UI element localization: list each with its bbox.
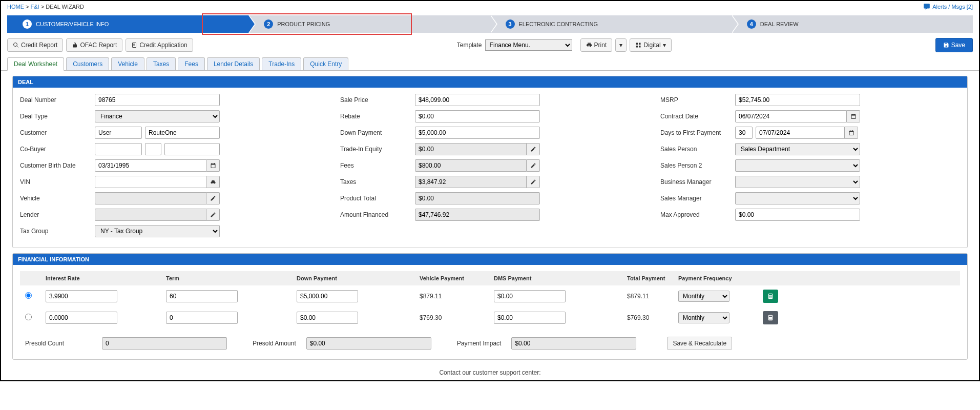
calendar-icon[interactable]	[847, 110, 860, 122]
vehicle-input[interactable]	[95, 192, 206, 204]
customer-label: Customer	[20, 129, 92, 136]
save-button[interactable]: Save	[935, 38, 973, 52]
sale-price-input[interactable]	[415, 94, 540, 106]
freq-select[interactable]: Monthly	[678, 312, 729, 323]
tab-taxes[interactable]: Taxes	[147, 57, 176, 70]
step-product-pricing[interactable]: 2PRODUCT PRICING	[248, 15, 490, 33]
svg-point-22	[769, 319, 770, 319]
speech-bubble-icon	[923, 3, 930, 10]
taxes-input[interactable]	[415, 176, 527, 188]
save-recalculate-button[interactable]: Save & Recalculate	[667, 337, 732, 350]
down-input[interactable]	[297, 312, 358, 324]
deal-type-select[interactable]: Finance	[95, 110, 220, 122]
fin-row: $769.30 $769.30 Monthly	[20, 307, 960, 329]
down-payment-input[interactable]	[415, 127, 540, 139]
rate-input[interactable]	[46, 312, 117, 324]
first-payment-date-input[interactable]	[756, 127, 845, 139]
freq-select[interactable]: Monthly	[678, 291, 729, 302]
pencil-icon[interactable]	[206, 192, 220, 204]
step-deal-review[interactable]: 4DEAL REVIEW	[732, 15, 973, 33]
dms-input[interactable]	[494, 290, 566, 302]
lender-input[interactable]	[95, 209, 206, 221]
cobuyer-first-input[interactable]	[95, 143, 142, 155]
days-first-input[interactable]	[735, 127, 753, 139]
term-input[interactable]	[166, 312, 238, 324]
svg-rect-10	[769, 294, 772, 295]
car-icon[interactable]	[206, 176, 220, 188]
pencil-icon[interactable]	[206, 209, 220, 221]
msrp-label: MSRP	[660, 96, 732, 104]
tax-group-select[interactable]: NY - Tax Group	[95, 225, 220, 237]
payment-impact-input[interactable]	[511, 337, 636, 350]
vin-input[interactable]	[95, 176, 206, 188]
print-dropdown[interactable]: ▾	[615, 38, 627, 52]
cobuyer-mid-input[interactable]	[145, 143, 161, 155]
tab-vehicle[interactable]: Vehicle	[111, 57, 144, 70]
fees-label: Fees	[340, 162, 412, 169]
amount-financed-label: Amount Financed	[340, 211, 412, 218]
svg-point-13	[771, 296, 772, 297]
tab-deal-worksheet[interactable]: Deal Worksheet	[7, 57, 64, 71]
product-total-input[interactable]	[415, 192, 540, 204]
tab-trade-ins[interactable]: Trade-Ins	[262, 57, 301, 70]
trade-in-input[interactable]	[415, 143, 527, 155]
max-approved-input[interactable]	[735, 209, 860, 221]
step-electronic-contracting[interactable]: 3ELECTRONIC CONTRACTING	[490, 15, 732, 33]
credit-application-button[interactable]: Credit Application	[126, 38, 193, 52]
dms-input[interactable]	[494, 312, 566, 324]
template-select[interactable]: Finance Menu.	[485, 39, 572, 51]
sales-person-label: Sales Person	[660, 146, 732, 153]
down-input[interactable]	[297, 290, 358, 302]
rate-input[interactable]	[46, 290, 117, 302]
vehicle-payment-value: $879.11	[420, 293, 494, 300]
breadcrumb-home[interactable]: HOME	[7, 4, 24, 10]
fin-row-radio[interactable]	[25, 292, 32, 299]
business-manager-select[interactable]	[735, 176, 860, 188]
tab-lender-details[interactable]: Lender Details	[207, 57, 260, 70]
digital-button[interactable]: Digital ▾	[630, 38, 671, 52]
fin-row-radio[interactable]	[25, 314, 32, 320]
calendar-icon[interactable]	[206, 159, 220, 172]
rebate-input[interactable]	[415, 110, 540, 122]
presold-count-input[interactable]	[102, 337, 227, 350]
msrp-input[interactable]	[735, 94, 860, 106]
max-approved-label: Max Approved	[660, 211, 732, 218]
cobuyer-last-input[interactable]	[164, 143, 220, 155]
tab-quick-entry[interactable]: Quick Entry	[303, 57, 348, 70]
tab-fees[interactable]: Fees	[178, 57, 205, 70]
tab-customers[interactable]: Customers	[66, 57, 109, 70]
calculate-button[interactable]	[763, 290, 778, 303]
deal-number-input[interactable]	[95, 94, 220, 106]
sales-person-select[interactable]: Sales Department	[735, 143, 860, 155]
total-payment-value: $769.30	[627, 314, 678, 321]
print-button[interactable]: Print	[580, 38, 613, 52]
dob-input[interactable]	[95, 159, 206, 172]
pencil-icon[interactable]	[527, 159, 540, 172]
term-input[interactable]	[166, 290, 238, 302]
pencil-icon[interactable]	[527, 176, 540, 188]
calendar-icon[interactable]	[845, 127, 858, 139]
ofac-report-button[interactable]: OFAC Report	[66, 38, 122, 52]
svg-rect-6	[639, 43, 641, 45]
presold-amount-input[interactable]	[306, 337, 431, 350]
vehicle-payment-value: $769.30	[420, 314, 494, 321]
wizard-steps: 1CUSTOMER/VEHICLE INFO 2PRODUCT PRICING …	[7, 15, 973, 33]
alerts-link[interactable]: Alerts / Msgs [2]	[923, 3, 973, 10]
sales-person2-select[interactable]	[735, 159, 860, 172]
credit-report-button[interactable]: Credit Report	[7, 38, 63, 52]
product-total-label: Product Total	[340, 195, 412, 202]
svg-rect-7	[636, 46, 638, 48]
amount-financed-input[interactable]	[415, 209, 540, 221]
breadcrumb-fi[interactable]: F&I	[31, 4, 39, 10]
fees-input[interactable]	[415, 159, 527, 172]
sales-manager-select[interactable]	[735, 192, 860, 204]
sales-manager-label: Sales Manager	[660, 195, 732, 202]
svg-rect-5	[636, 43, 638, 45]
deal-panel-header: DEAL	[13, 76, 967, 88]
calculate-button[interactable]	[763, 311, 778, 324]
customer-first-input[interactable]	[95, 127, 142, 139]
contract-date-input[interactable]	[735, 110, 847, 122]
pencil-icon[interactable]	[527, 143, 540, 155]
customer-last-input[interactable]	[145, 127, 220, 139]
step-customer-vehicle[interactable]: 1CUSTOMER/VEHICLE INFO	[7, 15, 248, 33]
